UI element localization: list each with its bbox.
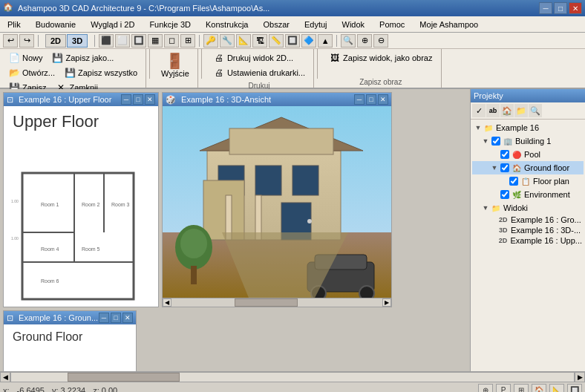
tool-btn-14[interactable]: ▲ [318,34,333,48]
tree-item-view-2d-upp[interactable]: 2D Example 16 : Upp... [472,235,584,246]
save-as-icon: 💾 [52,52,64,64]
projekty-panel: Projekty ✓ ab 🏠 📁 🔍 ▼ 📁 Example 16 ▼ 🏢 B… [470,89,585,371]
proj-check-btn[interactable]: ✓ [472,104,486,117]
tree-label-groundfloor: Ground floor [524,163,569,172]
checkbox-env[interactable] [500,190,509,199]
minimize-button[interactable]: ─ [539,2,552,14]
tool-btn-8[interactable]: 🔧 [220,34,235,48]
wyjscie-button[interactable]: 🚪 Wyjście [157,53,193,79]
menu-pomoc[interactable]: Pomoc [372,16,412,33]
proj-icon-btn1[interactable]: 🏠 [500,104,514,117]
zapisz-wszystko-button[interactable]: 💾 Zapisz wszystko [60,65,141,80]
tree-item-environment[interactable]: 🌿 Environment [472,188,584,201]
menu-konstrukcja[interactable]: Konstrukcja [198,16,255,33]
printer-settings-button[interactable]: 🖨 Ustawienia drukarki... [209,65,309,80]
tool-btn-12[interactable]: 🔲 [285,34,300,48]
3d-scroll-left[interactable]: ◀ [163,298,171,307]
menu-funkcje3d[interactable]: Funkcje 3D [142,16,198,33]
status-btn-6[interactable]: 🔲 [567,384,582,393]
scroll-right-btn[interactable]: ▶ [575,372,585,382]
menu-edytuj[interactable]: Edytuj [297,16,335,33]
y-value: y: 3.2234 [52,386,85,393]
menu-widok[interactable]: Widok [335,16,373,33]
checkbox-floorplan[interactable] [509,177,518,186]
status-btn-5[interactable]: 📐 [549,384,564,393]
checkbox-groundfloor[interactable] [500,163,509,172]
tree-item-view-3d[interactable]: 3D Example 16 : 3D-... [472,225,584,235]
proj-text-btn[interactable]: ab [486,104,500,117]
tool-btn-15[interactable]: ⊕ [357,34,372,48]
status-btn-4[interactable]: 🏠 [532,384,546,393]
status-btn-2[interactable]: P [496,384,511,393]
tree-label-env: Environment [524,190,570,199]
z-value: z: 0,00 [93,386,117,393]
print-2d-button[interactable]: 🖨 Drukuj widok 2D... [209,50,297,65]
upper-floor-title: ⊡ Example 16 : Upper Floor [7,95,121,105]
h-scrollbar-thumb[interactable] [68,373,180,382]
upper-floor-minimize[interactable]: ─ [121,94,131,105]
undo-button[interactable]: ↩ [3,34,18,48]
x-value: -6.6495 [17,386,45,393]
svg-rect-0 [22,173,134,299]
tool-btn-9[interactable]: 📐 [236,34,251,48]
tool-btn-10[interactable]: 🏗 [252,34,267,48]
svg-rect-24 [203,180,244,240]
new-button[interactable]: 📄 Nowy [4,50,47,65]
view-2d-button[interactable]: 2D [45,34,66,48]
status-btn-3[interactable]: ⊞ [514,384,529,393]
menu-budowanie[interactable]: Budowanie [28,16,83,33]
scroll-left-btn[interactable]: ◀ [0,372,10,382]
tree-item-pool[interactable]: 🔴 Pool [472,148,584,161]
redo-button[interactable]: ↪ [19,34,34,48]
3d-close[interactable]: ✕ [378,94,388,105]
tool-btn-6[interactable]: ⊞ [180,34,195,48]
3d-scroll-right[interactable]: ▶ [382,298,391,307]
tree-label-view2: Example 16 : 3D-... [511,226,581,235]
tool-btn-11[interactable]: 📏 [269,34,284,48]
tool-btn-2[interactable]: ⬜ [115,34,130,48]
x-label: x: [3,386,10,393]
proj-icon-btn3[interactable]: 🔍 [529,104,542,117]
3d-scrollbar[interactable]: ◀ ▶ [163,298,391,307]
menu-ashampoo[interactable]: Moje Ashampoo [412,16,486,33]
open-button[interactable]: 📂 Otwórz... [4,65,59,80]
upper-floor-close[interactable]: ✕ [145,94,155,105]
h-scrollbar[interactable] [10,372,575,382]
tree-item-ground-floor[interactable]: ▼ 🏠 Ground floor [472,161,584,174]
tool-btn-7[interactable]: 🔑 [203,34,218,48]
status-btn-1[interactable]: ⊕ [478,384,493,393]
ground-floor-minimize[interactable]: ─ [99,313,109,323]
menu-plik[interactable]: Plik [0,16,28,33]
tool-btn-1[interactable]: ⬛ [99,34,114,48]
tool-btn-3[interactable]: 🔲 [131,34,146,48]
toolbar-section-print: 🖨 Drukuj widok 2D... 🖨 Ustawienia drukar… [205,49,314,88]
3d-minimize[interactable]: ─ [354,94,365,105]
checkbox-pool[interactable] [500,150,509,159]
menu-wyglad[interactable]: Wygląd i 2D [83,16,142,33]
maximize-button[interactable]: □ [554,2,567,14]
tree-item-building1[interactable]: ▼ 🏢 Building 1 [472,134,584,148]
tree-item-view-2d-gro[interactable]: 2D Example 16 : Gro... [472,215,584,225]
ground-floor-maximize[interactable]: □ [111,313,121,323]
open-icon: 📂 [8,67,20,79]
tree-item-widoki[interactable]: ▼ 📁 Widoki [472,201,584,215]
tool-btn-16[interactable]: ⊖ [373,34,388,48]
zapisz-jako-button[interactable]: 💾 Zapisz jako... [48,50,118,65]
save-image-button[interactable]: 🖼 Zapisz widok, jako obraz [325,50,436,65]
menu-obszar[interactable]: Obszar [256,16,297,33]
svg-rect-18 [229,128,333,154]
checkbox-building1[interactable] [491,137,500,146]
proj-icon-btn2[interactable]: 📁 [514,104,528,117]
tool-btn-13[interactable]: 🔷 [301,34,316,48]
tool-btn-5[interactable]: ◻ [164,34,179,48]
3d-maximize[interactable]: □ [366,94,376,105]
zoom-btn[interactable]: 🔍 [341,34,356,48]
upper-floor-maximize[interactable]: □ [133,94,143,105]
tool-btn-4[interactable]: ▦ [148,34,163,48]
3d-scroll-thumb[interactable] [235,298,298,307]
tree-item-example16[interactable]: ▼ 📁 Example 16 [472,121,584,134]
tree-item-floorplan[interactable]: 📋 Floor plan [472,174,584,188]
close-button[interactable]: ✕ [569,2,582,14]
view-3d-button[interactable]: 3D [67,34,88,48]
ground-floor-close[interactable]: ✕ [122,313,133,323]
